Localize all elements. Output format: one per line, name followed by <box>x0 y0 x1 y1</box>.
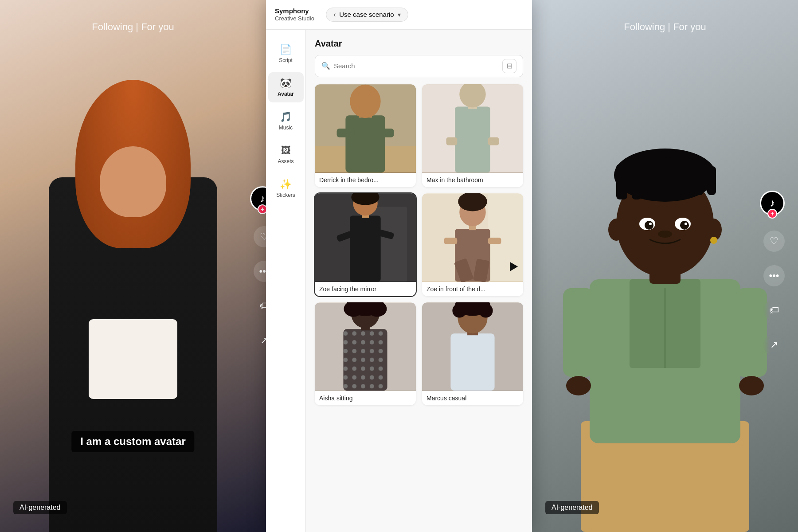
chevron-left-icon[interactable]: ‹ <box>333 11 336 19</box>
svg-rect-65 <box>678 159 688 195</box>
studio-brand: Symphony Creative Studio <box>275 7 314 22</box>
tiktok-icon-right[interactable]: ♪ + <box>760 191 785 215</box>
svg-rect-64 <box>663 157 673 195</box>
avatar-card-zoe-front[interactable]: Zoe in front of the d... <box>422 193 523 296</box>
avatar-grid: Derrick in the bedro... <box>315 84 523 405</box>
avatar-card-zoe-mirror[interactable]: Zoe facing the mirror <box>315 193 416 296</box>
svg-rect-10 <box>446 137 458 145</box>
sidebar: 📄 Script 🐼 Avatar 🎵 Music 🖼 Assets ✨ Sti… <box>266 30 306 532</box>
svg-point-77 <box>658 231 672 238</box>
sidebar-item-music[interactable]: 🎵 Music <box>268 106 304 136</box>
svg-point-75 <box>649 223 652 225</box>
tiktok-logo-left: ♪ <box>260 192 265 205</box>
svg-point-70 <box>710 237 717 244</box>
share-button-left[interactable]: ↗ <box>254 330 266 351</box>
svg-point-74 <box>680 221 689 230</box>
avatar-card-derrick[interactable]: Derrick in the bedro... <box>315 84 416 187</box>
avatar-zoe-mirror-label: Zoe facing the mirror <box>315 282 416 296</box>
svg-point-4 <box>350 84 380 117</box>
left-side-actions: ♡ ••• 🏷 ↗ <box>254 226 266 351</box>
avatar-derrick-image <box>315 84 416 173</box>
music-icon: 🎵 <box>280 111 292 123</box>
avatar-content: Avatar 🔍 ⊟ <box>306 30 532 532</box>
ai-badge-right: AI-generated <box>545 501 599 514</box>
share-icon-left: ↗ <box>260 335 266 346</box>
comment-button-right[interactable]: ••• <box>763 265 785 286</box>
right-person-svg <box>554 111 776 532</box>
svg-rect-34 <box>343 329 387 391</box>
search-input[interactable] <box>334 62 499 70</box>
svg-rect-5 <box>337 129 355 137</box>
heart-icon-left: ♡ <box>260 231 266 243</box>
svg-rect-66 <box>694 162 704 195</box>
avatar-max-image <box>422 84 523 173</box>
assets-label: Assets <box>278 158 293 164</box>
avatar-card-marcus[interactable]: Marcus casual <box>422 302 523 405</box>
left-panel: Following | For you I am a custom avatar… <box>0 0 266 532</box>
bookmark-button-right[interactable]: 🏷 <box>763 300 785 321</box>
comment-icon-right: ••• <box>769 270 779 282</box>
svg-point-73 <box>645 221 653 230</box>
chevron-down-icon[interactable]: ▾ <box>398 11 401 18</box>
svg-rect-55 <box>736 288 767 377</box>
heart-button-left[interactable]: ♡ <box>254 226 266 247</box>
brand-subtitle: Creative Studio <box>275 15 314 22</box>
svg-rect-61 <box>616 164 627 200</box>
svg-rect-16 <box>350 215 380 282</box>
studio-header: Symphony Creative Studio ‹ Use case scen… <box>266 0 532 30</box>
svg-rect-42 <box>450 333 494 391</box>
avatar-marcus-label: Marcus casual <box>422 391 523 405</box>
nav-label: Use case scenario <box>339 11 394 18</box>
avatar-derrick-label: Derrick in the bedro... <box>315 173 416 187</box>
studio-body: 📄 Script 🐼 Avatar 🎵 Music 🖼 Assets ✨ Sti… <box>266 30 532 532</box>
svg-rect-6 <box>376 129 394 137</box>
sidebar-item-script[interactable]: 📄 Script <box>268 39 304 69</box>
avatar-marcus-image <box>422 302 523 391</box>
avatar-zoe-front-label: Zoe in front of the d... <box>422 282 523 296</box>
tiktok-plus-left: + <box>258 204 266 214</box>
script-label: Script <box>279 57 293 63</box>
svg-rect-2 <box>345 115 385 172</box>
filter-button[interactable]: ⊟ <box>502 59 516 73</box>
tiktok-icon-left[interactable]: ♪ + <box>250 186 266 211</box>
left-following-text: Following | For you <box>92 21 174 33</box>
avatar-card-aisha[interactable]: Aisha sitting <box>315 302 416 405</box>
svg-rect-54 <box>563 288 594 377</box>
right-side-actions: ♡ ••• 🏷 ↗ <box>763 231 785 356</box>
left-shirt <box>89 319 177 399</box>
svg-point-68 <box>608 219 624 241</box>
bookmark-button-left[interactable]: 🏷 <box>254 295 266 317</box>
svg-rect-28 <box>488 238 501 244</box>
svg-rect-67 <box>707 166 716 195</box>
sidebar-item-assets[interactable]: 🖼 Assets <box>268 140 304 170</box>
sidebar-item-avatar[interactable]: 🐼 Avatar <box>268 72 304 102</box>
music-label: Music <box>279 125 293 131</box>
tiktok-logo-right: ♪ <box>770 197 775 209</box>
svg-rect-11 <box>488 137 499 145</box>
avatar-max-label: Max in the bathroom <box>422 173 523 187</box>
use-case-nav[interactable]: ‹ Use case scenario ▾ <box>326 8 408 22</box>
section-title: Avatar <box>315 39 523 49</box>
avatar-aisha-image <box>315 302 416 391</box>
bookmark-icon-right: 🏷 <box>769 305 779 316</box>
right-following-text: Following | For you <box>624 21 706 33</box>
sidebar-item-stickers[interactable]: ✨ Stickers <box>268 173 304 203</box>
heart-button-right[interactable]: ♡ <box>763 231 785 252</box>
tiktok-plus-right: + <box>767 209 777 219</box>
svg-rect-27 <box>444 238 458 244</box>
svg-rect-62 <box>632 160 642 200</box>
comment-button-left[interactable]: ••• <box>254 261 266 282</box>
script-icon: 📄 <box>280 44 292 55</box>
svg-point-57 <box>739 376 764 395</box>
filter-icon: ⊟ <box>507 62 512 70</box>
bookmark-icon-left: 🏷 <box>259 300 266 312</box>
comment-icon-left: ••• <box>259 266 266 277</box>
stickers-label: Stickers <box>276 192 295 198</box>
search-bar: 🔍 ⊟ <box>315 55 523 77</box>
share-button-right[interactable]: ↗ <box>763 334 785 356</box>
share-icon-right: ↗ <box>770 339 778 351</box>
avatar-card-max[interactable]: Max in the bathroom <box>422 84 523 187</box>
avatar-label: Avatar <box>278 91 294 97</box>
svg-rect-63 <box>647 157 657 195</box>
heart-icon-right: ♡ <box>770 235 778 247</box>
